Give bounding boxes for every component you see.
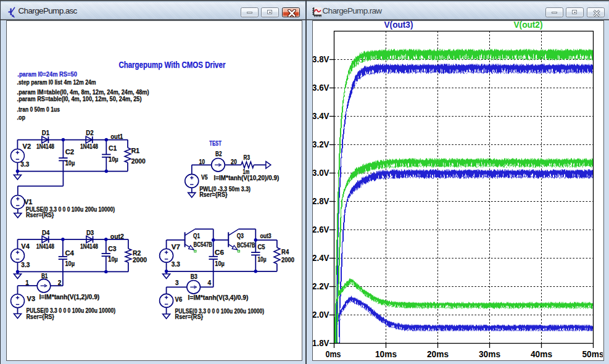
svg-text:3.0V: 3.0V <box>313 168 329 178</box>
svg-text:D1: D1 <box>41 130 49 136</box>
svg-text:R4: R4 <box>281 249 289 255</box>
svg-text:Q1: Q1 <box>193 233 200 239</box>
svg-text:.param IM=table(I0, 4m, 8m, 12: .param IM=table(I0, 4m, 8m, 12m, 24m, 24… <box>17 89 149 96</box>
svg-text:C2: C2 <box>65 149 74 155</box>
svg-text:TEST: TEST <box>209 140 222 147</box>
svg-text:10: 10 <box>199 159 205 165</box>
svg-text:1N4148: 1N4148 <box>36 143 54 150</box>
svg-text:10µ: 10µ <box>65 160 75 167</box>
svg-text:BC547B: BC547B <box>236 242 255 249</box>
svg-text:B2: B2 <box>215 151 222 157</box>
svg-text:1.8V: 1.8V <box>313 338 329 348</box>
svg-text:3.3: 3.3 <box>171 261 180 268</box>
svg-text:20ms: 20ms <box>427 349 449 359</box>
svg-text:C6: C6 <box>215 249 224 256</box>
svg-text:B3: B3 <box>190 273 197 280</box>
svg-text:3.3: 3.3 <box>20 161 29 168</box>
svg-text:out2: out2 <box>110 233 123 240</box>
svg-text:R3: R3 <box>243 154 250 161</box>
svg-text:I=IM*tanh(V(1,2)/0.9): I=IM*tanh(V(1,2)/0.9) <box>39 294 99 300</box>
svg-text:2.0V: 2.0V <box>313 310 329 320</box>
svg-text:D3: D3 <box>86 230 94 236</box>
svg-text:out3: out3 <box>260 233 271 239</box>
svg-text:V6: V6 <box>175 296 182 303</box>
svg-text:Chargepump With CMOS Driver: Chargepump With CMOS Driver <box>118 60 226 70</box>
svg-text:4: 4 <box>207 279 211 286</box>
svg-text:20: 20 <box>231 159 237 165</box>
svg-text:2000: 2000 <box>281 257 294 263</box>
svg-text:V5: V5 <box>201 174 207 181</box>
svg-text:2000: 2000 <box>131 158 145 165</box>
svg-text:10µ: 10µ <box>109 156 118 163</box>
svg-text:V(out3): V(out3) <box>384 21 413 30</box>
svg-text:50ms: 50ms <box>582 349 603 359</box>
svg-text:40ms: 40ms <box>531 349 552 359</box>
svg-text:V3: V3 <box>27 296 35 302</box>
svg-text:V7: V7 <box>171 244 180 250</box>
svg-text:Q3: Q3 <box>236 233 244 239</box>
svg-text:V1: V1 <box>24 199 33 205</box>
svg-text:3.2V: 3.2V <box>313 139 329 149</box>
svg-text:Rser={RS}: Rser={RS} <box>199 191 227 198</box>
svg-text:I=IM*tanh(V(10,20)/0.9): I=IM*tanh(V(10,20)/0.9) <box>213 175 279 181</box>
svg-text:10µ: 10µ <box>65 260 75 267</box>
svg-text:3.3: 3.3 <box>21 262 30 268</box>
svg-text:BC547B: BC547B <box>193 241 212 248</box>
svg-text:D4: D4 <box>42 230 50 236</box>
svg-text:2.6V: 2.6V <box>313 225 329 234</box>
svg-text:2: 2 <box>57 279 61 286</box>
svg-text:10µ: 10µ <box>215 260 225 267</box>
svg-text:1N4148: 1N4148 <box>36 243 54 250</box>
svg-text:C4: C4 <box>65 250 74 257</box>
svg-text:2.4V: 2.4V <box>313 253 329 263</box>
svg-text:R1: R1 <box>131 147 139 154</box>
svg-text:0ms: 0ms <box>325 349 341 359</box>
svg-text:out1: out1 <box>110 133 123 140</box>
svg-text:10µ: 10µ <box>108 256 118 263</box>
svg-text:V4: V4 <box>21 243 30 250</box>
svg-text:3.4V: 3.4V <box>313 111 329 121</box>
svg-text:2.2V: 2.2V <box>313 281 329 291</box>
svg-text:C5: C5 <box>257 244 265 250</box>
svg-text:.step param I0 list 4m 12m 24m: .step param I0 list 4m 12m 24m <box>17 79 96 86</box>
svg-text:V2: V2 <box>22 143 31 150</box>
svg-text:D2: D2 <box>86 130 94 136</box>
svg-text:.op: .op <box>17 114 25 121</box>
svg-text:3.8V: 3.8V <box>313 54 329 64</box>
svg-text:3: 3 <box>175 279 179 286</box>
svg-text:C3: C3 <box>108 246 117 252</box>
svg-text:.param I0=24m RS=50: .param I0=24m RS=50 <box>17 71 77 78</box>
svg-text:1N4148: 1N4148 <box>80 143 97 150</box>
svg-text:Rser={RS}: Rser={RS} <box>26 212 54 218</box>
svg-text:10ms: 10ms <box>375 349 397 359</box>
svg-text:I=IM*tanh(V(3,4)/0.9): I=IM*tanh(V(3,4)/0.9) <box>188 294 248 301</box>
svg-text:1N4148: 1N4148 <box>80 243 97 250</box>
svg-text:.param RS=table(I0, 4m, 100, 1: .param RS=table(I0, 4m, 100, 12m, 50, 24… <box>17 96 141 102</box>
svg-text:B1: B1 <box>41 273 48 279</box>
svg-text:3.6V: 3.6V <box>313 83 329 93</box>
svg-text:V(out2): V(out2) <box>513 21 542 30</box>
svg-text:2000: 2000 <box>132 257 147 263</box>
svg-text:Rser={RS}: Rser={RS} <box>26 313 54 320</box>
svg-text:1: 1 <box>25 279 29 286</box>
svg-text:10µ: 10µ <box>257 256 266 263</box>
svg-text:.tran 0 50m 0 1us: .tran 0 50m 0 1us <box>17 106 60 113</box>
svg-text:30ms: 30ms <box>479 349 500 359</box>
svg-text:R2: R2 <box>132 250 141 257</box>
svg-text:2.8V: 2.8V <box>313 196 329 206</box>
svg-text:Rser={RS}: Rser={RS} <box>175 313 203 320</box>
svg-text:C1: C1 <box>109 145 117 152</box>
